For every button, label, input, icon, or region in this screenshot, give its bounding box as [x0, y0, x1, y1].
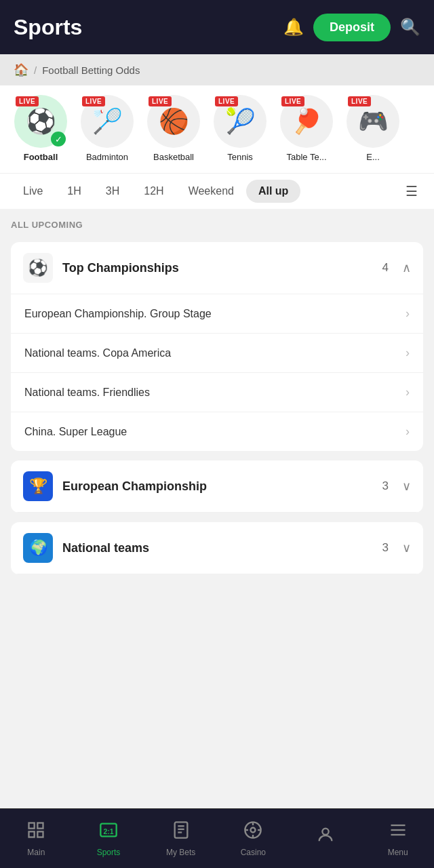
- nav-label-menu: Menu: [388, 848, 408, 857]
- chevron-right-icon: ›: [406, 385, 410, 399]
- sport-item-esports[interactable]: LIVE🎮E...: [343, 95, 403, 162]
- app-title: Sports: [14, 15, 82, 40]
- sport-emoji: 🎮: [358, 107, 389, 136]
- nav-item-main[interactable]: Main: [0, 815, 73, 863]
- card-icon-top-championships: ⚽: [23, 253, 53, 283]
- nav-item-casino[interactable]: Casino: [217, 815, 290, 863]
- main-content: ALL UPCOMING ⚽Top Championships4∧Europea…: [0, 209, 434, 585]
- cards-container: ⚽Top Championships4∧European Championshi…: [11, 242, 423, 574]
- card-european-championship: 🏆European Championship3∨: [11, 460, 423, 513]
- svg-rect-0: [29, 823, 35, 828]
- sport-label-badminton: Badminton: [86, 152, 128, 162]
- live-badge: LIVE: [281, 96, 304, 106]
- breadcrumb-separator: /: [34, 64, 37, 76]
- nav-icon-my-bets: [172, 821, 191, 844]
- nav-item-menu[interactable]: Menu: [361, 815, 434, 863]
- list-item-label: China. Super League: [24, 426, 127, 438]
- list-item-label: National teams. Copa America: [24, 347, 171, 359]
- sport-emoji: 🏀: [159, 107, 189, 136]
- filter-btn-weekend[interactable]: Weekend: [176, 180, 246, 203]
- card-icon-national-teams: 🌍: [23, 533, 53, 563]
- card-count-national-teams: 3: [382, 541, 389, 555]
- live-badge: LIVE: [16, 96, 39, 106]
- list-item-label: European Championship. Group Stage: [24, 308, 212, 320]
- nav-icon-main: [26, 821, 45, 844]
- sports-carousel: LIVE⚽✓FootballLIVE🏸BadmintonLIVE🏀Basketb…: [0, 85, 434, 173]
- list-item[interactable]: China. Super League›: [11, 412, 423, 451]
- sport-item-table-tennis[interactable]: LIVE🏓Table Te...: [277, 95, 336, 162]
- card-title-top-championships: Top Championships: [62, 261, 373, 275]
- sport-icon-esports: LIVE🎮: [347, 95, 399, 148]
- card-title-european-championship: European Championship: [62, 479, 373, 494]
- nav-icon-menu: [389, 821, 408, 844]
- nav-label-my-bets: My Bets: [166, 848, 195, 857]
- live-badge: LIVE: [82, 96, 105, 106]
- sport-item-basketball[interactable]: LIVE🏀Basketball: [144, 95, 203, 162]
- breadcrumb: 🏠 / Football Betting Odds: [0, 54, 434, 85]
- sport-item-tennis[interactable]: LIVE🎾Tennis: [210, 95, 270, 162]
- search-icon[interactable]: 🔍: [400, 18, 420, 37]
- live-badge: LIVE: [348, 96, 371, 106]
- svg-rect-2: [29, 831, 35, 837]
- nav-icon-sports: 2:1: [99, 821, 118, 844]
- list-item[interactable]: National teams. Copa America›: [11, 334, 423, 373]
- svg-rect-1: [38, 823, 43, 828]
- sport-icon-table-tennis: LIVE🏓: [280, 95, 333, 148]
- bottom-nav: Main2:1SportsMy BetsCasinoMenu: [0, 808, 434, 868]
- sport-item-badminton[interactable]: LIVE🏸Badminton: [77, 95, 137, 162]
- card-title-national-teams: National teams: [62, 541, 373, 555]
- notification-icon[interactable]: 🔔: [283, 18, 304, 37]
- filter-btn-1h[interactable]: 1H: [55, 180, 93, 203]
- card-count-european-championship: 3: [382, 479, 389, 493]
- filter-btn-3h[interactable]: 3H: [94, 180, 132, 203]
- chevron-right-icon: ›: [406, 425, 410, 439]
- sport-label-table-tennis: Table Te...: [286, 152, 326, 162]
- svg-point-16: [322, 828, 328, 834]
- card-count-top-championships: 4: [382, 261, 389, 275]
- live-badge: LIVE: [215, 96, 238, 106]
- card-header-top-championships[interactable]: ⚽Top Championships4∧: [11, 242, 423, 294]
- sport-label-esports: E...: [366, 152, 380, 162]
- time-filter-bar: Live1H3H12HWeekendAll up☰: [0, 173, 434, 209]
- filter-btn-12h[interactable]: 12H: [132, 180, 176, 203]
- list-item-label: National teams. Friendlies: [24, 387, 150, 399]
- sport-label-football: Football: [24, 152, 58, 162]
- card-header-national-teams[interactable]: 🌍National teams3∨: [11, 522, 423, 574]
- chevron-down-icon: ∨: [402, 540, 411, 555]
- active-check-icon: ✓: [51, 132, 66, 146]
- nav-label-casino: Casino: [241, 848, 266, 857]
- live-badge: LIVE: [149, 96, 172, 106]
- list-item[interactable]: National teams. Friendlies›: [11, 373, 423, 412]
- sport-item-football[interactable]: LIVE⚽✓Football: [11, 95, 71, 162]
- nav-label-sports: Sports: [97, 848, 121, 857]
- section-label: ALL UPCOMING: [11, 220, 423, 230]
- header-actions: 🔔 Deposit 🔍: [283, 14, 420, 41]
- card-top-championships: ⚽Top Championships4∧European Championshi…: [11, 242, 423, 451]
- svg-text:2:1: 2:1: [103, 827, 113, 835]
- app-header: Sports 🔔 Deposit 🔍: [0, 0, 434, 54]
- list-item[interactable]: European Championship. Group Stage›: [11, 294, 423, 334]
- sport-emoji: 🏸: [92, 107, 123, 136]
- sport-emoji: 🎾: [225, 107, 256, 136]
- sport-label-basketball: Basketball: [153, 152, 194, 162]
- breadcrumb-current: Football Betting Odds: [42, 64, 140, 76]
- breadcrumb-home-icon[interactable]: 🏠: [14, 62, 28, 77]
- sport-emoji: ⚽: [26, 107, 56, 136]
- nav-item-my-bets[interactable]: My Bets: [144, 815, 217, 863]
- nav-item-sports[interactable]: 2:1Sports: [73, 815, 145, 863]
- sport-icon-badminton: LIVE🏸: [81, 95, 134, 148]
- nav-icon-account: [316, 825, 335, 849]
- svg-rect-3: [38, 831, 43, 837]
- chevron-down-icon: ∨: [402, 479, 411, 494]
- card-header-european-championship[interactable]: 🏆European Championship3∨: [11, 460, 423, 513]
- deposit-button[interactable]: Deposit: [313, 14, 391, 41]
- filter-options-icon[interactable]: ☰: [400, 179, 423, 203]
- sport-icon-tennis: LIVE🎾: [214, 95, 267, 148]
- filter-btn-allup[interactable]: All up: [246, 180, 300, 203]
- sport-icon-basketball: LIVE🏀: [147, 95, 200, 148]
- nav-item-account[interactable]: [290, 820, 362, 858]
- filter-btn-live[interactable]: Live: [11, 180, 55, 203]
- card-icon-european-championship: 🏆: [23, 471, 53, 501]
- card-national-teams: 🌍National teams3∨: [11, 522, 423, 574]
- sport-emoji: 🏓: [292, 107, 322, 136]
